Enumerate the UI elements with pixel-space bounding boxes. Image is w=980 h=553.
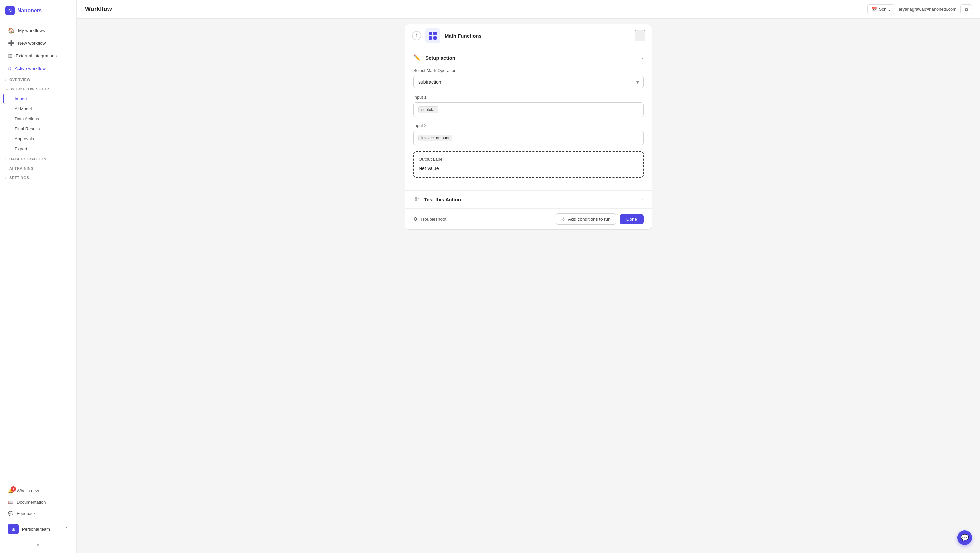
plus-icon: ➕ — [8, 40, 15, 46]
svg-rect-1 — [433, 32, 437, 35]
sidebar-sub-item-approvals[interactable]: Approvals — [3, 134, 74, 144]
input1-label: Input 1 — [413, 94, 644, 100]
ai-training-section[interactable]: › AI TRAINING — [0, 164, 76, 172]
workflow-card: 1 Math Functions ⋮ ✏️ Setu — [405, 24, 652, 230]
logo-icon: N — [5, 6, 15, 15]
app-name: Nanonets — [18, 8, 42, 14]
feedback-label: Feedback — [17, 511, 36, 516]
sidebar-item-external-integrations[interactable]: ⊞ External integrations — [3, 50, 74, 62]
feedback-icon: 💬 — [8, 511, 13, 516]
chevron-down-icon: ⌄ — [640, 55, 644, 60]
home-icon: 🏠 — [8, 27, 15, 34]
troubleshoot-label: Troubleshoot — [420, 217, 446, 222]
step-title: Math Functions — [445, 33, 635, 39]
output-label-group: Output Label Net Value — [413, 151, 644, 178]
math-operation-select-wrapper: subtraction addition multiplication divi… — [413, 76, 644, 89]
input2-tag: invoice_amount — [418, 135, 452, 141]
personal-team-item[interactable]: ⊞ Personal team ⌃ — [3, 520, 74, 538]
section-label: WORKFLOW SETUP — [11, 87, 49, 91]
chevron-down-icon: ⌄ — [5, 87, 8, 91]
settings-section[interactable]: › SETTINGS — [0, 174, 76, 182]
overview-section[interactable]: › OVERVIEW — [0, 76, 76, 84]
add-conditions-button[interactable]: ⊹ Add conditions to run — [556, 213, 616, 225]
done-button[interactable]: Done — [620, 214, 644, 224]
output-label-value[interactable]: Net Value — [418, 164, 638, 172]
logo[interactable]: N Nanonets — [0, 0, 76, 21]
section-label: SETTINGS — [10, 176, 29, 180]
feedback-item[interactable]: 💬 Feedback — [3, 508, 74, 519]
sidebar-sub-item-export[interactable]: Export — [3, 144, 74, 154]
setup-action-header[interactable]: ✏️ Setup action ⌄ — [413, 54, 644, 68]
double-chevron-left-icon: « — [37, 542, 40, 548]
header-right: 📅 Sch... aryanagrawal@nanonets.com ⧉ — [867, 4, 972, 14]
step-number: 1 — [412, 31, 421, 40]
team-icon: ⊞ — [8, 524, 19, 534]
section-label: AI TRAINING — [10, 166, 34, 170]
schedule-icon: 📅 — [872, 7, 877, 12]
input2-group: Input 2 invoice_amount — [413, 123, 644, 145]
sidebar-item-my-workflows[interactable]: 🏠 My workflows — [3, 24, 74, 37]
test-header-left: 👁 Test this Action — [413, 196, 461, 203]
sidebar-sub-item-final-results[interactable]: Final Results — [3, 124, 74, 133]
sidebar-sub-item-data-actions[interactable]: Data Actions — [3, 114, 74, 124]
sidebar-nav: 🏠 My workflows ➕ New workflow ⊞ External… — [0, 21, 76, 482]
data-extraction-section[interactable]: › DATA EXTRACTION — [0, 155, 76, 163]
section-label: DATA EXTRACTION — [10, 157, 46, 161]
documentation-label: Documentation — [17, 500, 46, 505]
done-label: Done — [626, 217, 637, 222]
chevron-right-icon: › — [5, 157, 7, 161]
sub-item-label: AI Model — [15, 106, 32, 111]
math-operation-label: Select Math Operation — [413, 68, 644, 73]
whats-new-item[interactable]: 🔔 1 What's new — [3, 485, 74, 496]
input2-field[interactable]: invoice_amount — [413, 130, 644, 145]
output-label-title: Output Label — [418, 157, 638, 162]
sidebar: N Nanonets 🏠 My workflows ➕ New workflow… — [0, 0, 77, 553]
sidebar-item-label: External integrations — [16, 53, 57, 59]
chat-bubble-button[interactable]: 💬 — [957, 530, 972, 545]
chevron-right-icon: › — [5, 167, 7, 170]
card-footer: ⚙ Troubleshoot ⊹ Add conditions to run D… — [405, 209, 652, 229]
sidebar-item-label: Active workflow — [15, 66, 46, 71]
more-options-button[interactable]: ⋮ — [635, 30, 645, 41]
troubleshoot-button[interactable]: ⚙ Troubleshoot — [413, 214, 446, 224]
workflow-setup-section[interactable]: ⌄ WORKFLOW SETUP — [0, 85, 76, 93]
sub-item-label: Approvals — [15, 136, 34, 141]
sub-item-label: Import — [15, 96, 27, 101]
sidebar-sub-item-import[interactable]: Import — [3, 94, 74, 103]
svg-rect-0 — [428, 32, 432, 35]
math-operation-select[interactable]: subtraction addition multiplication divi… — [413, 76, 644, 89]
input1-tag: subtotal — [418, 106, 438, 113]
active-icon: ⌾ — [8, 65, 11, 72]
schedule-button[interactable]: 📅 Sch... — [867, 4, 894, 14]
section-label: OVERVIEW — [10, 78, 31, 82]
setup-action-section: ✏️ Setup action ⌄ Select Math Operation … — [405, 48, 652, 191]
chevron-right-icon: › — [5, 176, 7, 180]
footer-right: ⊹ Add conditions to run Done — [556, 213, 644, 225]
filter-icon: ⊹ — [562, 216, 565, 222]
add-conditions-label: Add conditions to run — [568, 217, 611, 222]
main-content: Workflow 📅 Sch... aryanagrawal@nanonets.… — [77, 0, 980, 553]
input1-field[interactable]: subtotal — [413, 102, 644, 117]
step-header: 1 Math Functions ⋮ — [405, 24, 652, 48]
sidebar-item-new-workflow[interactable]: ➕ New workflow — [3, 37, 74, 49]
chat-icon: 💬 — [961, 534, 969, 542]
test-action-section[interactable]: 👁 Test this Action › — [405, 191, 652, 209]
sub-item-label: Final Results — [15, 126, 40, 131]
header: Workflow 📅 Sch... aryanagrawal@nanonets.… — [77, 0, 980, 19]
sidebar-item-label: New workflow — [18, 41, 46, 46]
sidebar-item-label: My workflows — [18, 28, 45, 33]
input2-label: Input 2 — [413, 123, 644, 128]
pencil-icon: ✏️ — [413, 54, 420, 62]
math-operation-group: Select Math Operation subtraction additi… — [413, 68, 644, 89]
output-label-box: Output Label Net Value — [413, 151, 644, 178]
sidebar-item-active-workflow[interactable]: ⌾ Active workflow — [3, 62, 74, 75]
eye-icon: 👁 — [413, 196, 419, 203]
page-title: Workflow — [85, 6, 112, 13]
collapse-sidebar-button[interactable]: « — [0, 539, 76, 550]
documentation-item[interactable]: 📖 Documentation — [3, 497, 74, 508]
input1-group: Input 1 subtotal — [413, 94, 644, 117]
copy-button[interactable]: ⧉ — [960, 4, 972, 14]
sidebar-sub-item-ai-model[interactable]: AI Model — [3, 104, 74, 114]
setup-header-left: ✏️ Setup action — [413, 54, 455, 62]
sub-item-label: Data Actions — [15, 116, 39, 121]
